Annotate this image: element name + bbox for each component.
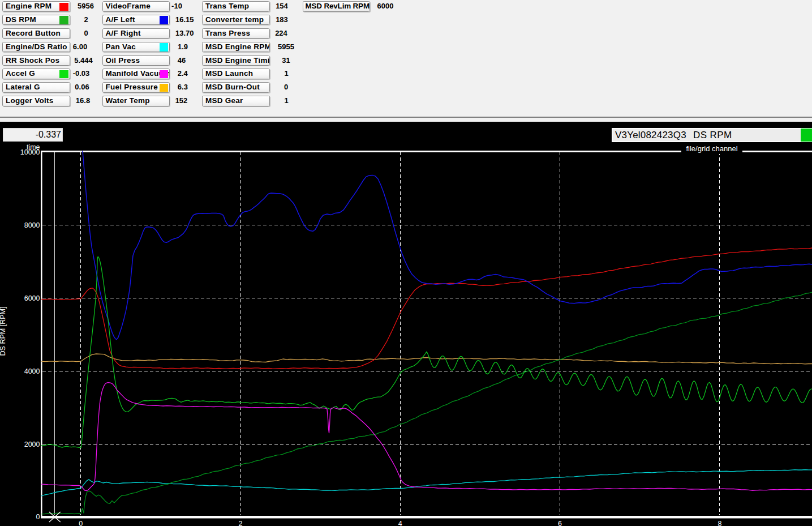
svg-text:8: 8 <box>718 520 721 526</box>
svg-text:0: 0 <box>79 520 83 526</box>
svg-text:6: 6 <box>558 520 562 526</box>
svg-text:0: 0 <box>36 513 40 521</box>
svg-text:2000: 2000 <box>24 441 40 448</box>
svg-text:2: 2 <box>239 520 243 526</box>
svg-text:4: 4 <box>398 520 402 526</box>
svg-text:8000: 8000 <box>24 221 40 229</box>
svg-text:6000: 6000 <box>24 294 40 302</box>
svg-text:10000: 10000 <box>20 148 40 156</box>
svg-text:4000: 4000 <box>24 367 40 375</box>
svg-text:DS RPM [RPM]: DS RPM [RPM] <box>0 307 7 356</box>
